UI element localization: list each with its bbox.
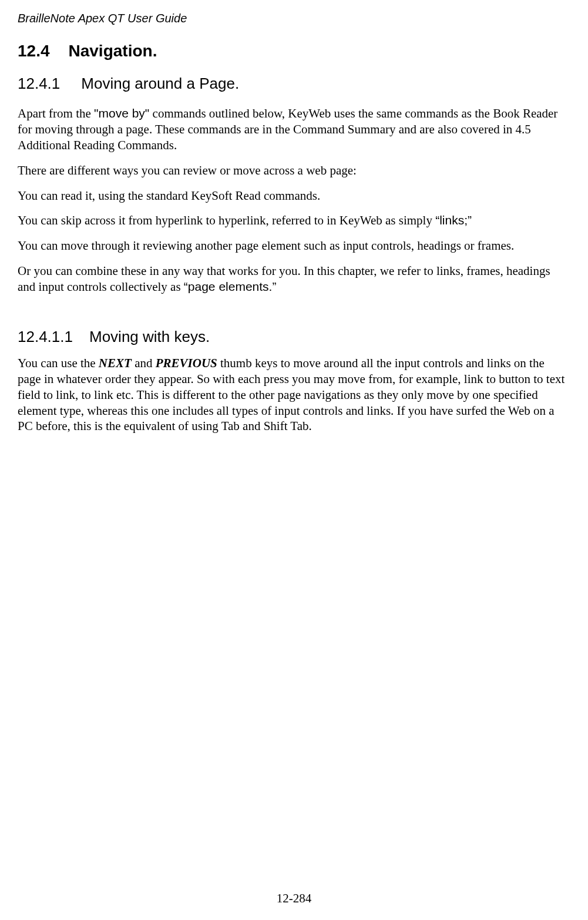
heading-number: 12.4.1.1 bbox=[18, 328, 73, 346]
bold-phrase-links: “links;” bbox=[435, 213, 472, 227]
paragraph: You can read it, using the standard KeyS… bbox=[18, 188, 570, 204]
bold-phrase-page-elements: “page elements.” bbox=[184, 280, 277, 293]
heading-title: Navigation. bbox=[69, 42, 157, 60]
text: Apart from the bbox=[18, 106, 94, 120]
text: Or you can combine these in any way that… bbox=[18, 264, 550, 294]
heading-title: Moving around a Page. bbox=[81, 75, 239, 92]
heading-number: 12.4 bbox=[18, 42, 50, 61]
paragraph: You can skip across it from hyperlink to… bbox=[18, 213, 570, 229]
heading-number: 12.4.1 bbox=[18, 75, 60, 93]
paragraph: Or you can combine these in any way that… bbox=[18, 263, 570, 295]
key-next: NEXT bbox=[99, 356, 132, 370]
heading-12-4: 12.4Navigation. bbox=[18, 42, 570, 61]
text: You can skip across it from hyperlink to… bbox=[18, 213, 435, 227]
paragraph: Apart from the "move by" commands outlin… bbox=[18, 106, 570, 153]
running-header: BrailleNote Apex QT User Guide bbox=[18, 12, 570, 25]
text: You can use the bbox=[18, 356, 99, 370]
text: and bbox=[132, 356, 156, 370]
heading-title: Moving with keys. bbox=[89, 328, 210, 345]
page-footer: 12-284 bbox=[0, 891, 588, 906]
heading-12-4-1: 12.4.1Moving around a Page. bbox=[18, 75, 570, 93]
heading-12-4-1-1: 12.4.1.1Moving with keys. bbox=[18, 328, 570, 346]
key-previous: PREVIOUS bbox=[156, 356, 217, 370]
document-page: BrailleNote Apex QT User Guide 12.4Navig… bbox=[0, 0, 588, 920]
bold-phrase-move-by: "move by" bbox=[94, 106, 149, 120]
spacer bbox=[18, 304, 570, 328]
paragraph: You can use the NEXT and PREVIOUS thumb … bbox=[18, 355, 570, 434]
paragraph: There are different ways you can review … bbox=[18, 163, 570, 179]
paragraph: You can move through it reviewing anothe… bbox=[18, 238, 570, 254]
